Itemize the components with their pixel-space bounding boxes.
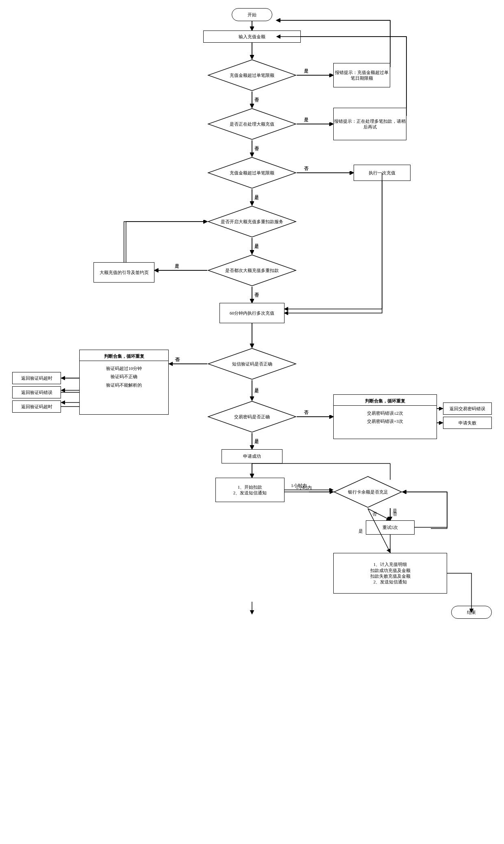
- apply-success-label: 申请成功: [243, 453, 261, 459]
- svg-text:是: 是: [304, 117, 308, 122]
- input-label: 输入充值金额: [239, 34, 265, 39]
- svg-text:否: 否: [175, 357, 179, 362]
- loop1-item3: 验证码不能解析的: [84, 381, 164, 389]
- svg-text:否: 否: [304, 410, 308, 415]
- alert-processing-label: 报错提示：正在处理多笔扣款，请稍后再试: [334, 118, 406, 130]
- alert-processing-node: 报错提示：正在处理多笔扣款，请稍后再试: [333, 108, 406, 140]
- svg-text:是: 是: [175, 263, 179, 268]
- loop1-item2: 验证码不正确: [84, 372, 164, 381]
- svg-text:否: 否: [304, 166, 308, 171]
- guide-big-label: 大额充值的引导及签约页: [100, 270, 149, 275]
- end-node: 结束: [451, 606, 492, 619]
- check-single-node: 充值金额超过单笔限额: [207, 157, 297, 189]
- svg-text:否: 否: [254, 293, 259, 298]
- check-verify-label: 短信验证码是否正确: [230, 359, 274, 368]
- svg-text:否: 否: [254, 97, 259, 102]
- exec-single-label: 执行一次充值: [369, 170, 395, 176]
- check-processing-label: 是否正在处理大额充值: [228, 120, 276, 128]
- ret1-label: 返回验证码超时: [21, 375, 52, 381]
- loop1-title: 判断合集，循环重复: [104, 354, 144, 359]
- loop1-box: 判断合集，循环重复 验证码超过10分钟 验证码不正确 验证码不能解析的: [79, 350, 169, 415]
- check-big-service-label: 是否开启大额充值多重扣款服务: [219, 217, 285, 226]
- loop2-title: 判断合集，循环重复: [365, 398, 405, 403]
- svg-text:否: 否: [372, 511, 377, 516]
- check-single-label: 充值金额超过单笔限额: [228, 168, 276, 177]
- loop2-item1: 交易密码错误≤2次: [338, 409, 432, 417]
- check-big-deduct-node: 是否都次大额充值多重扣款: [207, 254, 297, 287]
- end-label: 结束: [467, 609, 476, 615]
- check-trade-node: 交易密码是否正确: [207, 400, 297, 433]
- ret1-node: 返回验证码超时: [12, 372, 61, 384]
- ret2-label: 返回验证码错误: [21, 389, 52, 395]
- svg-text:是: 是: [254, 387, 259, 392]
- svg-text:是: 是: [358, 529, 363, 533]
- exec-multi-node: 60分钟内执行多次充值: [219, 303, 285, 323]
- svg-text:是: 是: [254, 194, 259, 199]
- check-processing-node: 是否正在处理大额充值: [207, 108, 297, 140]
- svg-text:是: 是: [254, 195, 259, 200]
- loop1-item1: 验证码超过10分钟: [84, 364, 164, 372]
- loop2-box: 判断合集，循环重复 交易密码错误≤2次 交易密码错误=3次: [333, 394, 437, 439]
- svg-line-103: [368, 509, 390, 520]
- check-bank-label: 银行卡余额是否充足: [346, 487, 390, 496]
- start-label: 开始: [248, 12, 256, 17]
- retry-node: 重试5次: [366, 520, 415, 535]
- svg-text:否: 否: [254, 146, 259, 150]
- notify-label: 1、开始扣款 2、发送短信通知: [233, 484, 267, 496]
- ret3-label: 返回验证码超时: [21, 404, 52, 409]
- final-label: 1、计入充值明细 扣款成功充值及金额 扣款失败充值及金额 2、发送短信通知: [370, 561, 411, 585]
- alert-date-label: 报错提示：充值金额超过单笔日期限额: [334, 70, 390, 81]
- final-node: 1、计入充值明细 扣款成功充值及金额 扣款失败充值及金额 2、发送短信通知: [333, 553, 447, 594]
- svg-text:否: 否: [393, 511, 397, 516]
- svg-text:是: 是: [175, 263, 179, 268]
- exec-multi-label: 60分钟内执行多次充值: [230, 310, 274, 316]
- check-big-deduct-label: 是否都次大额充值多重扣款: [224, 266, 280, 275]
- svg-text:否: 否: [176, 357, 180, 362]
- svg-text:否: 否: [304, 410, 308, 415]
- svg-text:否: 否: [254, 292, 259, 297]
- ret2-node: 返回验证码错误: [12, 386, 61, 398]
- svg-text:否: 否: [254, 146, 259, 151]
- svg-text:是: 是: [254, 439, 259, 444]
- svg-text:否: 否: [304, 166, 308, 171]
- svg-text:是: 是: [304, 68, 308, 73]
- svg-text:是: 是: [254, 438, 259, 443]
- guide-big-node: 大额充值的引导及签约页: [93, 262, 154, 283]
- apply-success-node: 申请成功: [222, 449, 282, 463]
- ret-trade-label: 返回交易密码错误: [450, 406, 485, 411]
- svg-text:1小时内: 1小时内: [291, 483, 307, 488]
- check-bank-node: 银行卡余额是否充足: [333, 476, 402, 508]
- check-verify-node: 短信验证码是否正确: [207, 348, 297, 380]
- alert-date-node: 报错提示：充值金额超过单笔日期限额: [333, 63, 390, 87]
- check-big-service-node: 是否开启大额充值多重扣款服务: [207, 205, 297, 238]
- loop2-item2: 交易密码错误=3次: [338, 417, 432, 425]
- svg-text:是: 是: [393, 508, 397, 513]
- ret-fail-label: 申请失败: [458, 420, 476, 426]
- svg-text:是: 是: [304, 68, 308, 73]
- check-date-node: 充值金额超过单笔限额: [207, 59, 297, 91]
- check-trade-label: 交易密码是否正确: [232, 412, 272, 421]
- exec-single-node: 执行一次充值: [354, 165, 411, 181]
- retry-label: 重试5次: [382, 524, 398, 530]
- svg-text:是: 是: [254, 244, 259, 249]
- svg-text:是: 是: [254, 243, 259, 248]
- svg-text:是: 是: [254, 388, 259, 393]
- start-node: 开始: [232, 8, 272, 21]
- check-date-label: 充值金额超过单笔限额: [228, 71, 276, 80]
- notify-node: 1、开始扣款 2、发送短信通知: [215, 478, 285, 502]
- svg-text:否: 否: [254, 98, 259, 102]
- input-node: 输入充值金额: [203, 30, 301, 43]
- ret-trade-node: 返回交易密码错误: [443, 402, 492, 415]
- svg-text:1小时内: 1小时内: [296, 485, 312, 490]
- flowchart: 是 否 是 否 否 是 是 是 否: [0, 0, 504, 844]
- ret3-node: 返回验证码超时: [12, 400, 61, 413]
- svg-text:是: 是: [304, 117, 308, 122]
- ret-fail-node: 申请失败: [443, 417, 492, 429]
